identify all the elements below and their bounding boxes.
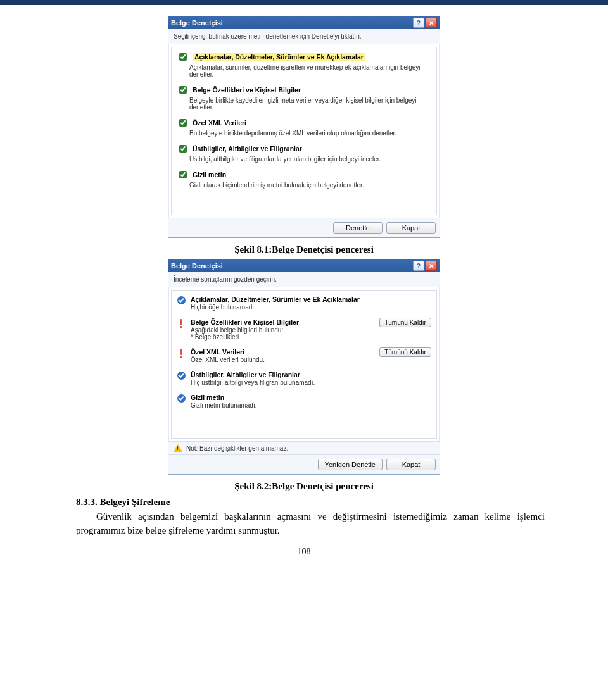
result-desc: Hiçbir öğe bulunamadı. <box>191 304 431 311</box>
result-desc: Aşağıdaki belge bilgileri bulundu: * Bel… <box>191 327 374 341</box>
checkbox[interactable] <box>179 53 187 61</box>
result-item: Açıklamalar, Düzeltmeler, Sürümler ve Ek… <box>175 293 433 316</box>
option-desc: Gizli olarak biçimlendirilmiş metni bulm… <box>189 182 431 189</box>
option-label: Üstbilgiler, Altbilgiler ve Filigranlar <box>193 145 302 153</box>
dialog-inspector-2: Belge Denetçisi ? ✕ İnceleme sonuçlarını… <box>168 259 440 475</box>
option-label: Özel XML Verileri <box>193 119 246 127</box>
result-label: Açıklamalar, Düzeltmeler, Sürümler ve Ek… <box>191 296 431 303</box>
option-item: Açıklamalar, Düzeltmeler, Sürümler ve Ek… <box>175 49 433 82</box>
instruction-1: Seçili içeriği bulmak üzere metni denetl… <box>168 29 440 44</box>
warning-icon <box>180 319 182 325</box>
window-title-2: Belge Denetçisi <box>171 262 223 270</box>
window-title-1: Belge Denetçisi <box>171 19 223 27</box>
close-button[interactable]: Kapat <box>386 222 436 234</box>
remove-all-button[interactable]: Tümünü Kaldır <box>379 318 431 327</box>
checkbox[interactable] <box>179 119 187 127</box>
dialog-inspector-1: Belge Denetçisi ? ✕ Seçili içeriği bulma… <box>168 16 440 238</box>
result-label: Belge Özellikleri ve Kişisel Bilgiler <box>191 318 374 326</box>
result-item: Belge Özellikleri ve Kişisel Bilgiler Aş… <box>175 316 433 346</box>
inspect-button[interactable]: Denetle <box>333 222 383 234</box>
titlebar-1: Belge Denetçisi ? ✕ <box>168 16 440 29</box>
page-number: 108 <box>0 547 608 557</box>
caution-icon <box>174 444 182 452</box>
option-item: Üstbilgiler, Altbilgiler ve Filigranlar … <box>175 141 433 166</box>
check-icon <box>177 296 186 304</box>
result-desc: Özel XML verileri bulundu. <box>191 356 374 363</box>
option-label: Belge Özellikleri ve Kişisel Bilgiler <box>193 86 301 94</box>
option-item: Özel XML Verileri Bu belgeyle birlikte d… <box>175 115 433 141</box>
options-list-1[interactable]: Açıklamalar, Düzeltmeler, Sürümler ve Ek… <box>172 47 436 215</box>
option-item: Gizli metin Gizli olarak biçimlendirilmi… <box>175 166 433 192</box>
checkbox[interactable] <box>179 86 187 94</box>
close-window-button[interactable]: ✕ <box>426 261 437 271</box>
close-button[interactable]: Kapat <box>386 459 436 470</box>
check-icon <box>177 394 186 403</box>
result-item: Gizli metin Gizli metin bulunamadı. <box>175 391 433 414</box>
document-top-border <box>0 0 608 5</box>
instruction-2: İnceleme sonuçlarını gözden geçirin. <box>168 272 440 287</box>
note-text: Not: Bazı değişiklikler geri alınamaz. <box>186 445 288 452</box>
result-label: Özel XML Verileri <box>191 348 374 356</box>
option-label: Açıklamalar, Düzeltmeler, Sürümler ve Ek… <box>193 53 365 61</box>
result-item: Özel XML Verileri Özel XML verileri bulu… <box>175 346 433 368</box>
figure-caption-2: Şekil 8.2:Belge Denetçisi penceresi <box>0 481 608 492</box>
checkbox[interactable] <box>179 145 187 153</box>
body-paragraph: Güvenlik açısından belgemizi başkalarını… <box>76 510 545 538</box>
reinspect-button[interactable]: Yeniden Denetle <box>318 459 383 470</box>
option-item: Belge Özellikleri ve Kişisel Bilgiler Be… <box>175 82 433 115</box>
help-button[interactable]: ? <box>413 18 424 28</box>
option-label: Gizli metin <box>193 171 226 178</box>
checkbox[interactable] <box>179 171 187 178</box>
result-label: Gizli metin <box>191 394 431 401</box>
help-button[interactable]: ? <box>413 261 424 271</box>
check-icon <box>177 372 186 380</box>
option-desc: Açıklamalar, sürümler, düzeltme işaretle… <box>189 64 431 78</box>
result-item: Üstbilgiler, Altbilgiler ve Filigranlar … <box>175 368 433 391</box>
option-desc: Üstbilgi, altbilgiler ve filigranlarda y… <box>189 156 431 163</box>
result-desc: Hiç üstbilgi, altbilgi veya filigran bul… <box>191 379 431 386</box>
remove-all-button[interactable]: Tümünü Kaldır <box>379 347 431 357</box>
result-desc: Gizli metin bulunamadı. <box>191 402 431 409</box>
option-desc: Bu belgeyle birlikte depolanmış özel XML… <box>189 130 431 137</box>
close-window-button[interactable]: ✕ <box>426 18 437 28</box>
warning-icon <box>180 349 182 355</box>
figure-caption-1: Şekil 8.1:Belge Denetçisi penceresi <box>0 244 608 255</box>
result-label: Üstbilgiler, Altbilgiler ve Filigranlar <box>191 371 431 378</box>
option-desc: Belgeyle birlikte kaydedilen gizli meta … <box>189 97 431 111</box>
results-list[interactable]: Açıklamalar, Düzeltmeler, Sürümler ve Ek… <box>172 291 436 438</box>
section-heading: 8.3.3. Belgeyi Şifreleme <box>76 497 608 508</box>
titlebar-2: Belge Denetçisi ? ✕ <box>168 259 440 272</box>
